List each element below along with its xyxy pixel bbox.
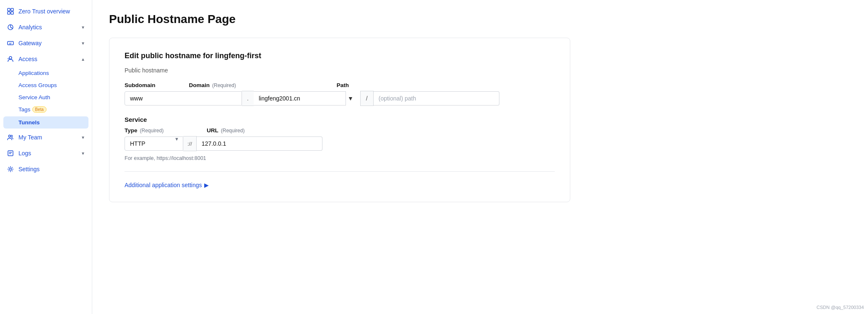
- sidebar-item-analytics[interactable]: Analytics ▼: [0, 19, 92, 35]
- sidebar-label-gateway: Gateway: [18, 40, 42, 46]
- svg-rect-3: [11, 12, 13, 14]
- sidebar-label-service-auth: Service Auth: [18, 94, 50, 100]
- sidebar-label-settings: Settings: [18, 166, 40, 172]
- path-group-label: Path: [337, 82, 349, 88]
- domain-select-wrapper: lingfeng2001.cn ▼: [254, 91, 353, 106]
- slash-separator: /: [360, 91, 374, 106]
- additional-settings-label: Additional application settings: [125, 182, 202, 188]
- svg-rect-2: [8, 12, 10, 14]
- path-input[interactable]: [374, 91, 499, 106]
- settings-icon: [7, 165, 14, 173]
- type-select-wrapper: HTTP HTTPS TCP UDP SSH RDP ▼: [125, 136, 183, 151]
- sidebar-item-applications[interactable]: Applications: [0, 67, 92, 79]
- main-content: Public Hostname Page Edit public hostnam…: [92, 0, 868, 314]
- chevron-down-icon: ▼: [81, 25, 85, 30]
- svg-point-6: [9, 57, 12, 59]
- additional-settings-arrow-icon: ▶: [204, 182, 209, 188]
- chevron-down-icon: ▼: [81, 41, 85, 46]
- url-label: URL (Required): [207, 127, 244, 134]
- sidebar-label-analytics: Analytics: [18, 24, 42, 31]
- additional-settings-link[interactable]: Additional application settings ▶: [125, 182, 209, 188]
- access-icon: [7, 55, 14, 63]
- sidebar-item-tunnels[interactable]: Tunnels: [3, 116, 88, 129]
- sidebar-label-tunnels: Tunnels: [18, 119, 40, 126]
- sidebar-label-tags: Tags: [18, 106, 31, 113]
- svg-rect-0: [8, 8, 10, 11]
- sidebar-item-my-team[interactable]: My Team ▼: [0, 129, 92, 145]
- sidebar-label-access: Access: [18, 56, 37, 62]
- public-hostname-label: Public hostname: [125, 67, 555, 74]
- sidebar: Zero Trust overview Analytics ▼ Gateway …: [0, 0, 92, 314]
- beta-badge: Beta: [32, 106, 47, 113]
- domain-group-label: Domain (Required): [189, 82, 236, 88]
- chevron-down-icon: ▼: [81, 135, 85, 140]
- sidebar-label-access-groups: Access Groups: [18, 82, 57, 88]
- type-required-text: (Required): [140, 128, 164, 134]
- domain-select[interactable]: lingfeng2001.cn: [254, 91, 346, 106]
- chevron-down-icon: ▼: [81, 151, 85, 156]
- svg-rect-1: [11, 8, 13, 11]
- subdomain-label: Subdomain: [125, 82, 156, 88]
- service-label: Service: [125, 116, 555, 123]
- chart-icon: [7, 23, 14, 31]
- sidebar-label-zero-trust: Zero Trust overview: [18, 8, 70, 15]
- logs-icon: [7, 149, 14, 157]
- example-text: For example, https://localhost:8001: [125, 155, 555, 161]
- watermark: CSDN @qq_57200334: [816, 305, 864, 310]
- svg-rect-9: [8, 151, 13, 156]
- sidebar-label-logs: Logs: [18, 150, 31, 157]
- gateway-icon: [7, 39, 14, 47]
- subdomain-input[interactable]: [125, 91, 242, 106]
- grid-icon: [7, 8, 14, 15]
- chevron-up-icon: ▲: [81, 57, 85, 62]
- service-row: HTTP HTTPS TCP UDP SSH RDP ▼ ://: [125, 136, 555, 151]
- dot-separator: .: [242, 91, 254, 106]
- svg-point-7: [9, 135, 11, 137]
- url-label-group: URL (Required): [207, 127, 244, 134]
- divider: [125, 171, 555, 172]
- svg-point-8: [11, 135, 13, 137]
- scheme-separator: ://: [183, 136, 197, 151]
- domain-chevron-icon: ▼: [348, 95, 353, 102]
- sidebar-item-zero-trust-overview[interactable]: Zero Trust overview: [0, 3, 92, 19]
- sidebar-label-my-team: My Team: [18, 134, 42, 141]
- domain-required-text: (Required): [212, 82, 236, 88]
- sidebar-item-access[interactable]: Access ▲: [0, 51, 92, 67]
- domain-label: Domain (Required): [189, 82, 236, 88]
- svg-point-10: [10, 168, 12, 170]
- team-icon: [7, 134, 14, 141]
- sidebar-item-access-groups[interactable]: Access Groups: [0, 79, 92, 91]
- subdomain-group: Subdomain: [125, 82, 156, 88]
- sidebar-item-tags[interactable]: Tags Beta: [0, 103, 92, 116]
- type-select[interactable]: HTTP HTTPS TCP UDP SSH RDP: [125, 136, 183, 151]
- page-title: Public Hostname Page: [109, 13, 851, 26]
- hostname-row: . lingfeng2001.cn ▼ /: [125, 91, 555, 106]
- hostname-card: Edit public hostname for lingfeng-first …: [109, 38, 570, 202]
- sidebar-item-logs[interactable]: Logs ▼: [0, 145, 92, 161]
- card-section-title: Edit public hostname for lingfeng-first: [125, 51, 555, 60]
- url-required-text: (Required): [221, 128, 245, 134]
- service-label-group: Service: [125, 116, 555, 123]
- type-label: Type (Required): [125, 127, 183, 134]
- url-input[interactable]: [197, 136, 322, 151]
- type-label-group: Type (Required): [125, 127, 183, 134]
- service-labels-row: Type (Required) URL (Required): [125, 127, 555, 134]
- sidebar-label-applications: Applications: [18, 70, 49, 76]
- sidebar-item-gateway[interactable]: Gateway ▼: [0, 35, 92, 51]
- path-label: Path: [337, 82, 349, 88]
- sidebar-item-service-auth[interactable]: Service Auth: [0, 91, 92, 103]
- sidebar-item-settings[interactable]: Settings: [0, 161, 92, 177]
